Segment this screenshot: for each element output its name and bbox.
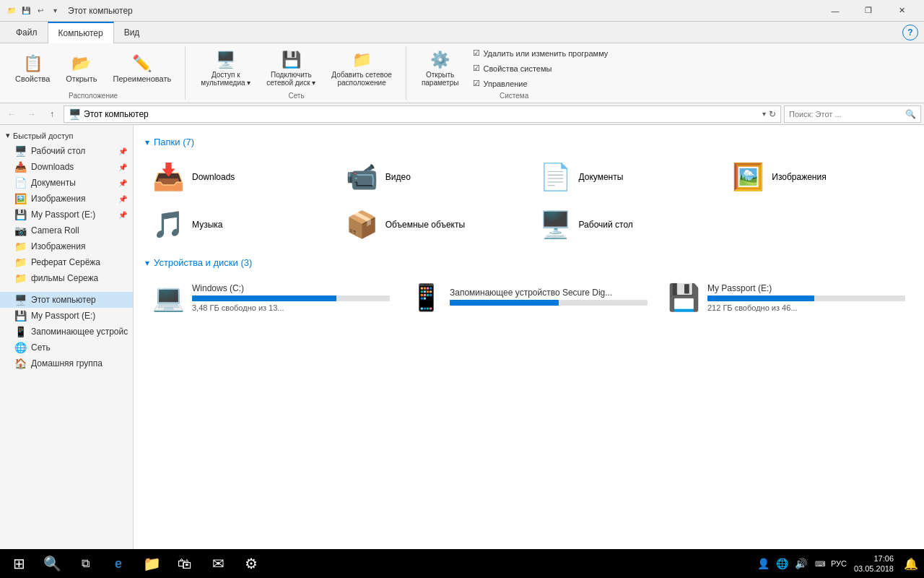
folder-documents[interactable]: 📄 Документы [532, 156, 720, 198]
people-icon[interactable]: 👤 [756, 550, 772, 577]
sidebar-item-desktop[interactable]: 🖥️ Рабочий стол 📌 [0, 143, 133, 159]
close-button[interactable]: ✕ [885, 0, 918, 22]
task-view-button[interactable]: ⧉ [69, 550, 101, 577]
manage-icon: ☑ [473, 79, 480, 88]
sidebar-item-network[interactable]: 🌐 Сеть [0, 340, 133, 355]
address-dropdown[interactable]: ▾ [762, 110, 766, 118]
open-settings-button[interactable]: ⚙️ Открытьпараметры [415, 47, 466, 90]
edge-button[interactable]: e [103, 550, 134, 577]
system-buttons: ⚙️ Открытьпараметры ☑ Удалить или измени… [415, 46, 613, 90]
network-drive-button[interactable]: 💾 Подключитьсетевой диск ▾ [260, 47, 322, 90]
search-input[interactable] [789, 110, 902, 118]
sidebar-item-films[interactable]: 📁 фильмы Сережа [0, 270, 133, 286]
tab-file[interactable]: Файл [6, 22, 48, 43]
back-button[interactable]: ← [3, 105, 20, 123]
folder-desktop[interactable]: 🖥️ Рабочий стол [532, 204, 720, 246]
sidebar: ▾ Быстрый доступ 🖥️ Рабочий стол 📌 📥 Dow… [0, 125, 134, 559]
address-bar: ← → ↑ 🖥️ Этот компьютер ▾ ↻ 🔍 [0, 103, 924, 125]
address-refresh[interactable]: ↻ [769, 109, 776, 119]
sidebar-item-mypassport[interactable]: 💾 My Passport (E:) [0, 308, 133, 324]
store-button[interactable]: 🛍 [169, 550, 201, 577]
media-icon: 🖥️ [216, 51, 235, 69]
up-button[interactable]: ↑ [43, 105, 61, 123]
minimize-button[interactable]: — [819, 0, 852, 22]
drive-c[interactable]: 💻 Windows (C:) 3,48 ГБ свободно из 13... [145, 277, 397, 319]
sidebar-item-downloads[interactable]: 📥 Downloads 📌 [0, 159, 133, 175]
address-path[interactable]: 🖥️ Этот компьютер ▾ ↻ [64, 105, 781, 123]
desktop-folder-icon: 🖥️ [539, 210, 572, 240]
start-button[interactable]: ⊞ [3, 550, 35, 577]
sys-props-icon: ☑ [473, 64, 480, 73]
qat-undo[interactable]: ↩ [35, 5, 46, 17]
images-folder-name: Изображения [772, 172, 826, 182]
drives-section-header[interactable]: Устройства и диски (3) [145, 257, 912, 268]
video-folder-name: Видео [385, 172, 411, 182]
keyboard-icon[interactable]: ⌨ [812, 550, 828, 577]
sidebar-item-images2[interactable]: 📁 Изображения [0, 238, 133, 254]
drive-c-free: 3,48 ГБ свободно из 13... [192, 303, 390, 312]
sidebar-item-storage[interactable]: 📱 Запоминающее устройс [0, 324, 133, 340]
documents-label: Документы [31, 178, 76, 188]
taskbar: ⊞ 🔍 ⧉ e 📁 🛍 ✉ ⚙ 👤 🌐 🔊 ⌨ РУС 17:06 03.05.… [0, 549, 924, 578]
mail-button[interactable]: ✉ [202, 550, 234, 577]
drive-e-info: My Passport (E:) 212 ГБ свободно из 46..… [707, 283, 905, 312]
mypassport-label: My Passport (E:) [31, 311, 95, 321]
uninstall-label: Удалить или изменить программу [483, 49, 608, 58]
manage-button[interactable]: ☑ Управление [468, 77, 613, 90]
settings-button[interactable]: ⚙ [235, 550, 267, 577]
folders-section-header[interactable]: Папки (7) [145, 137, 912, 147]
drive-e[interactable]: 💾 My Passport (E:) 212 ГБ свободно из 46… [661, 277, 912, 319]
downloads-icon: 📥 [14, 161, 27, 173]
ribbon: Файл Компьютер Вид ? 📋 Свойства 📂 Открыт… [0, 22, 924, 103]
sidebar-item-images[interactable]: 🖼️ Изображения 📌 [0, 191, 133, 207]
tab-computer[interactable]: Компьютер [48, 22, 114, 43]
folder-images[interactable]: 🖼️ Изображения [725, 156, 912, 198]
window-controls: — ❐ ✕ [819, 0, 918, 22]
search-box[interactable]: 🔍 [784, 105, 921, 123]
add-location-button[interactable]: 📁 Добавить сетевоерасположение [325, 47, 398, 90]
referat-icon: 📁 [14, 256, 27, 268]
cameraroll-label: Camera Roll [31, 225, 79, 236]
folder-3d[interactable]: 📦 Объемные объекты [339, 204, 526, 246]
date-display: 03.05.2018 [854, 564, 894, 574]
qat-dropdown[interactable]: ▾ [49, 5, 61, 17]
sidebar-item-homegroup[interactable]: 🏠 Домашняя группа [0, 355, 133, 371]
open-icon: 📂 [71, 54, 91, 73]
search-button[interactable]: 🔍 [36, 550, 68, 577]
volume-icon[interactable]: 🔊 [793, 550, 809, 577]
folder-music[interactable]: 🎵 Музыка [145, 204, 333, 246]
sidebar-item-cameraroll[interactable]: 📷 Camera Roll [0, 223, 133, 238]
drive-sd-info: Запоминающее устройство Secure Dig... [450, 288, 648, 308]
qat-save[interactable]: 💾 [20, 5, 32, 17]
folder-downloads[interactable]: 📥 Downloads [145, 156, 333, 198]
quick-access-header[interactable]: ▾ Быстрый доступ [0, 128, 133, 143]
network-status-icon[interactable]: 🌐 [775, 550, 790, 577]
rename-button[interactable]: ✏️ Переименовать [107, 51, 178, 87]
help-button[interactable]: ? [902, 25, 918, 40]
storage-label: Запоминающее устройс [31, 327, 128, 337]
notification-button[interactable]: 🔔 [901, 550, 921, 577]
media-access-button[interactable]: 🖥️ Доступ кмультимедиа ▾ [194, 47, 257, 90]
folder-icon: 📁 [6, 5, 17, 17]
tab-view[interactable]: Вид [114, 22, 150, 43]
images-label: Изображения [31, 194, 85, 204]
drive-sd[interactable]: 📱 Запоминающее устройство Secure Dig... [403, 277, 655, 319]
forward-button[interactable]: → [23, 105, 40, 123]
thispc-label: Этот компьютер [31, 295, 96, 305]
folder-video[interactable]: 📹 Видео [339, 156, 526, 198]
open-button[interactable]: 📂 Открыть [59, 51, 103, 87]
uninstall-button[interactable]: ☑ Удалить или изменить программу [468, 46, 613, 60]
taskbar-clock[interactable]: 17:06 03.05.2018 [850, 553, 898, 574]
network-drive-icon: 💾 [282, 51, 301, 69]
storage-icon: 📱 [14, 326, 27, 337]
sidebar-item-thispc[interactable]: 🖥️ Этот компьютер [0, 292, 133, 308]
explorer-button[interactable]: 📁 [136, 550, 167, 577]
referat-label: Реферат Серёжа [31, 257, 100, 267]
system-props-button[interactable]: ☑ Свойства системы [468, 61, 613, 75]
sidebar-item-documents[interactable]: 📄 Документы 📌 [0, 175, 133, 191]
restore-button[interactable]: ❐ [852, 0, 885, 22]
sidebar-item-mypassport-quick[interactable]: 💾 My Passport (E:) 📌 [0, 207, 133, 223]
properties-button[interactable]: 📋 Свойства [9, 51, 56, 87]
sidebar-item-referat[interactable]: 📁 Реферат Серёжа [0, 254, 133, 270]
address-text: Этот компьютер [84, 109, 149, 119]
